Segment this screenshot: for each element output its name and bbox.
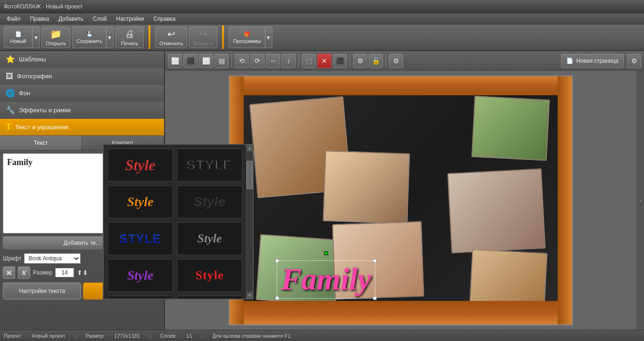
status-bar: Проект: Новый проект | Размер: 1772x1181…: [0, 330, 644, 341]
open-button[interactable]: 📁 Открыть: [41, 26, 70, 48]
redo-button[interactable]: ↪ Вернуть: [189, 26, 217, 48]
redo-label: Вернуть: [193, 41, 213, 46]
italic-button[interactable]: К: [18, 266, 30, 279]
style-popup-grid: Style STYLE Style Style STYLE Style Styl…: [104, 145, 246, 299]
new-dropdown[interactable]: ▾: [32, 26, 40, 48]
effects-btn[interactable]: ⚙: [353, 54, 367, 68]
tab-text-label: Текст: [33, 140, 48, 146]
hint-text: Для вызова справки нажмите F1.: [212, 333, 292, 339]
handle-tl[interactable]: [275, 259, 279, 263]
style-item-3[interactable]: Style: [107, 185, 173, 218]
italic-label: К: [22, 269, 26, 276]
menu-edit[interactable]: Правка: [25, 15, 54, 23]
sidebar-item-templates[interactable]: ⭐ Шаблоны: [0, 51, 164, 68]
sidebar-item-photos[interactable]: 🖼 Фотографии: [0, 68, 164, 85]
scrollbar-thumb[interactable]: [247, 161, 253, 189]
new-page-button[interactable]: 📄 Новая страница: [561, 54, 624, 68]
undo-button[interactable]: ↩ Отменить: [155, 26, 187, 48]
sidebar-item-background[interactable]: 🌐 Фон: [0, 85, 164, 102]
background-icon: 🌐: [6, 89, 15, 98]
style-item-1[interactable]: Style: [107, 149, 173, 182]
font-select[interactable]: Book Antiqua: [24, 253, 81, 264]
sidebar-label-effects: Эффекты и рамки: [19, 107, 71, 114]
family-text-box[interactable]: Family: [277, 260, 375, 299]
programs-dropdown[interactable]: ▾: [265, 26, 272, 48]
new-page-label: Новая страница: [576, 58, 619, 64]
project-label: Проект:: [4, 333, 22, 339]
sidebar-label-templates: Шаблоны: [19, 56, 46, 63]
redo-icon: ↪: [199, 28, 207, 40]
bold-button[interactable]: Ж: [3, 266, 15, 279]
style-item-8[interactable]: Style: [177, 259, 242, 292]
toolbar-separator-orange-2: [222, 25, 224, 49]
style-preview-6: Style: [198, 232, 222, 246]
print-button[interactable]: 🖨 Печать: [116, 26, 144, 48]
crop-btn[interactable]: ⬚: [302, 54, 316, 68]
transform-btn[interactable]: ⬛: [333, 54, 347, 68]
flip-v-btn[interactable]: ↕: [281, 54, 296, 68]
opacity-btn[interactable]: 🔓: [369, 54, 383, 68]
style-popup: Style STYLE Style Style STYLE Style Styl…: [103, 144, 254, 299]
menu-layer[interactable]: Слой: [88, 15, 111, 23]
handle-bl[interactable]: [275, 296, 279, 300]
move-forward-btn[interactable]: ⬛: [183, 54, 198, 68]
style-item-2[interactable]: STYLE: [177, 149, 242, 182]
family-text-container[interactable]: Family: [277, 260, 375, 299]
flip-h-btn[interactable]: ↔: [266, 54, 280, 68]
programs-button-main[interactable]: 🎁 Программы: [229, 26, 264, 48]
rotate-handle[interactable]: [324, 251, 328, 255]
menu-add[interactable]: Добавить: [54, 15, 88, 23]
tab-text[interactable]: Текст: [0, 136, 82, 150]
style-preview-7: Style: [127, 268, 154, 283]
new-button-split[interactable]: 📄 Новый ▾: [4, 26, 40, 48]
sidebar-item-text[interactable]: T Текст и украшения: [0, 119, 164, 136]
move-btn[interactable]: ⬜: [168, 54, 182, 68]
style-item-10[interactable]: Style: [177, 296, 242, 299]
text-settings-button[interactable]: Настройки текста: [3, 283, 81, 299]
style-preview-5: STYLE: [119, 232, 161, 246]
layers-value: 11: [186, 333, 192, 339]
menu-bar: Файл Правка Добавить Слой Настройки Спра…: [0, 13, 644, 25]
style-item-7[interactable]: Style: [107, 259, 173, 292]
style-item-5[interactable]: STYLE: [107, 222, 173, 255]
save-label: Сохранить: [76, 38, 102, 44]
new-button-main[interactable]: 📄 Новый: [4, 26, 32, 48]
duplicate-btn[interactable]: ⬜: [199, 54, 213, 68]
edit-sep-1: [231, 54, 232, 67]
save-button-main[interactable]: 💾 Сохранить: [72, 26, 106, 48]
menu-help[interactable]: Справка: [149, 15, 180, 23]
menu-file[interactable]: Файл: [2, 15, 25, 23]
save-button-split[interactable]: 💾 Сохранить ▾: [72, 26, 114, 48]
edit-sep-4: [386, 54, 386, 67]
menu-settings[interactable]: Настройки: [111, 15, 149, 23]
gear-icon-btn[interactable]: ⚙: [389, 54, 403, 68]
extra-settings-btn[interactable]: ⚙: [627, 54, 641, 68]
frame-bottom: [230, 301, 572, 324]
handle-tr[interactable]: [373, 259, 377, 263]
style-item-6[interactable]: Style: [177, 222, 242, 255]
align-btn[interactable]: ▤: [215, 54, 229, 68]
size-spinner[interactable]: ⬆⬇: [77, 269, 88, 276]
size-input[interactable]: [55, 268, 74, 277]
status-sep-2: |: [149, 333, 151, 339]
status-sep-3: |: [202, 333, 203, 339]
programs-label: Программы: [233, 38, 261, 44]
popup-scrollbar[interactable]: ▲ ▼: [246, 145, 253, 299]
sidebar-item-effects[interactable]: 🔧 Эффекты и рамки: [0, 102, 164, 119]
right-panel-toggle[interactable]: ›: [636, 71, 644, 330]
undo-icon: ↩: [167, 28, 175, 40]
scroll-down-btn[interactable]: ▼: [247, 292, 253, 299]
project-name: Новый проект: [32, 333, 65, 339]
handle-br[interactable]: [373, 296, 377, 300]
programs-button-split[interactable]: 🎁 Программы ▾: [229, 26, 272, 48]
style-item-9[interactable]: STYLE: [107, 296, 173, 299]
delete-btn[interactable]: ✕: [317, 54, 331, 68]
edit-toolbar: ⬜ ⬛ ⬜ ▤ ⟲ ⟳ ↔ ↕ ⬚ ✕ ⬛ ⚙ 🔓 ⚙ 📄 Новая стра…: [165, 51, 644, 71]
frame-right: [558, 76, 572, 324]
style-item-4[interactable]: Style: [177, 185, 242, 218]
rotate-right-btn[interactable]: ⟳: [250, 54, 264, 68]
sidebar-label-text: Текст и украшения: [15, 124, 68, 131]
save-dropdown[interactable]: ▾: [106, 26, 114, 48]
rotate-left-btn[interactable]: ⟲: [235, 54, 249, 68]
scroll-up-btn[interactable]: ▲: [247, 145, 253, 151]
